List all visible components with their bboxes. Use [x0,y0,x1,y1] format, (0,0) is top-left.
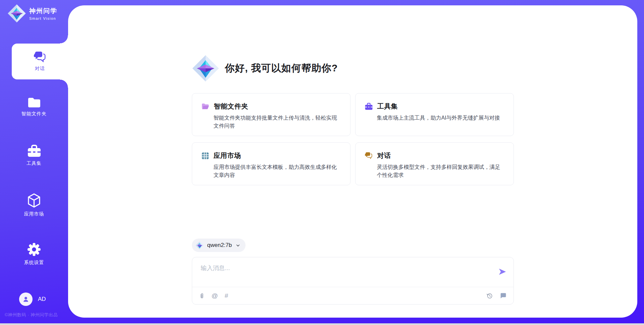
at-icon[interactable]: @ [212,292,218,299]
model-name: qwen2:7b [207,242,232,249]
attach-button[interactable] [199,293,205,299]
chevron-down-icon [235,243,241,248]
sidebar-item-label: 工具集 [26,160,42,167]
paperclip-icon [199,293,205,299]
brand-subtitle: Smart Vision [29,16,57,20]
model-selector[interactable]: qwen2:7b [192,239,246,252]
chat-icon [365,152,373,159]
message-input[interactable] [200,263,490,285]
person-icon [22,296,30,303]
card-description: 灵活切换多模型文件，支持多样回复效果调试，满足个性化需求 [377,163,504,179]
chat-square-icon [500,292,507,299]
gear-icon [27,243,41,256]
window-bottom-edge [0,323,644,325]
send-icon [498,267,507,276]
card-chat[interactable]: 对话 灵活切换多模型文件，支持多样回复效果调试，满足个性化需求 [355,142,514,185]
diamond-logo-icon [192,55,219,82]
diamond-logo-icon [196,241,204,250]
brand-name: 神州问学 [29,7,57,15]
sidebar-item-smart-folder[interactable]: 智能文件夹 [0,97,68,117]
card-title: 应用市场 [214,151,241,160]
sidebar-item-label: 应用市场 [24,211,44,217]
main-panel: 你好, 我可以如何帮助你? 智能文件夹 智能文件夹功能支持批量文件上传与清洗，轻… [68,5,637,318]
hash-icon[interactable]: # [225,292,228,299]
card-title: 工具集 [377,102,398,111]
folder-icon [28,97,41,108]
composer-toolbar: @ # [192,287,514,304]
user-account[interactable]: AD [19,292,46,306]
card-toolbox[interactable]: 工具集 集成市场上主流工具，助力AI与外界无缝扩展与对接 [355,93,514,136]
greeting-block: 你好, 我可以如何帮助你? [192,55,514,82]
sidebar-item-settings[interactable]: 系统设置 [0,243,68,266]
card-app-market[interactable]: 应用市场 应用市场提供丰富长文本模板，助力高效生成多样化文章内容 [192,142,351,185]
brand-logo: 神州问学 Smart Vision [7,4,57,23]
toolbox-icon [365,103,373,110]
chat-icon [34,51,46,62]
sidebar-item-label: 智能文件夹 [21,111,47,117]
cube-icon [28,193,41,208]
copyright-footer: ©神州数码 · 神州问学出品 [5,312,58,318]
card-description: 智能文件夹功能支持批量文件上传与清洗，轻松实现文件问答 [214,114,341,130]
card-title: 智能文件夹 [214,102,249,111]
card-description: 集成市场上主流工具，助力AI与外界无缝扩展与对接 [377,114,504,122]
card-title: 对话 [377,151,391,160]
message-composer: @ # [192,257,514,305]
greeting-text: 你好, 我可以如何帮助你? [225,62,338,75]
user-initials: AD [38,296,46,303]
feature-cards: 智能文件夹 智能文件夹功能支持批量文件上传与清洗，轻松实现文件问答 工具集 集成… [192,93,514,185]
history-icon [486,292,493,299]
diamond-logo-icon [7,4,26,23]
avatar [19,292,33,306]
sidebar-item-toolbox[interactable]: 工具集 [0,145,68,167]
sidebar-item-chat[interactable]: 对话 [12,44,68,79]
card-smart-folder[interactable]: 智能文件夹 智能文件夹功能支持批量文件上传与清洗，轻松实现文件问答 [192,93,351,136]
send-button[interactable] [498,267,507,277]
grid-icon [202,152,209,159]
chat-square-button[interactable] [500,292,507,299]
history-button[interactable] [486,292,493,299]
card-description: 应用市场提供丰富长文本模板，助力高效生成多样化文章内容 [214,163,341,179]
toolbox-icon [28,145,41,157]
folder-open-icon [202,103,209,110]
sidebar-item-label: 对话 [35,66,45,72]
sidebar: 神州问学 Smart Vision 对话 智能文件夹 工具集 [0,0,68,325]
sidebar-item-app-market[interactable]: 应用市场 [0,193,68,217]
sidebar-item-label: 系统设置 [24,260,44,266]
